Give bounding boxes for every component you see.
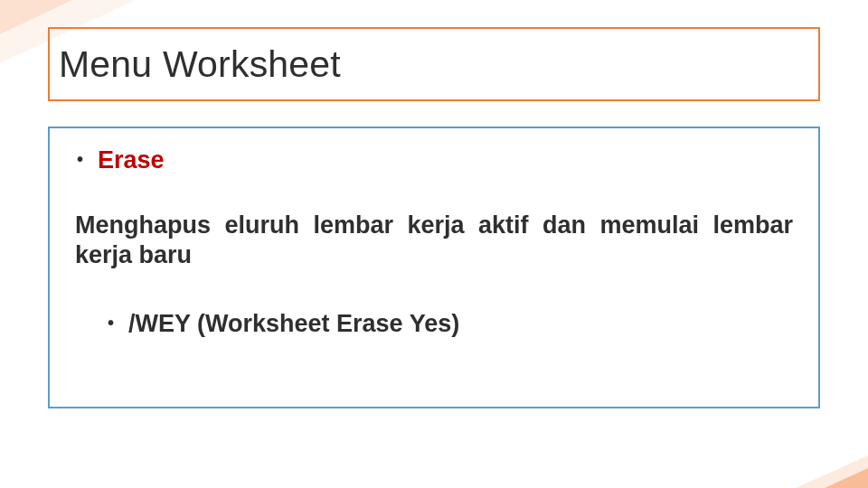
bullet-dot-icon: • [77, 150, 83, 168]
bullet-main: • Erase [77, 146, 793, 174]
bg-triangle-bottom-right-light [796, 455, 868, 488]
title-box: Menu Worksheet [48, 27, 820, 101]
description-text: Menghapus eluruh lembar kerja aktif dan … [75, 211, 793, 270]
bullet-sub-label: /WEY (Worksheet Erase Yes) [128, 310, 459, 338]
content-box: • Erase Menghapus eluruh lembar kerja ak… [48, 127, 820, 408]
bullet-main-label: Erase [98, 146, 165, 174]
bg-triangle-bottom-right [825, 468, 868, 488]
bullet-dot-icon: • [108, 314, 114, 332]
bullet-sub: • /WEY (Worksheet Erase Yes) [108, 310, 793, 338]
slide-title: Menu Worksheet [59, 43, 341, 86]
